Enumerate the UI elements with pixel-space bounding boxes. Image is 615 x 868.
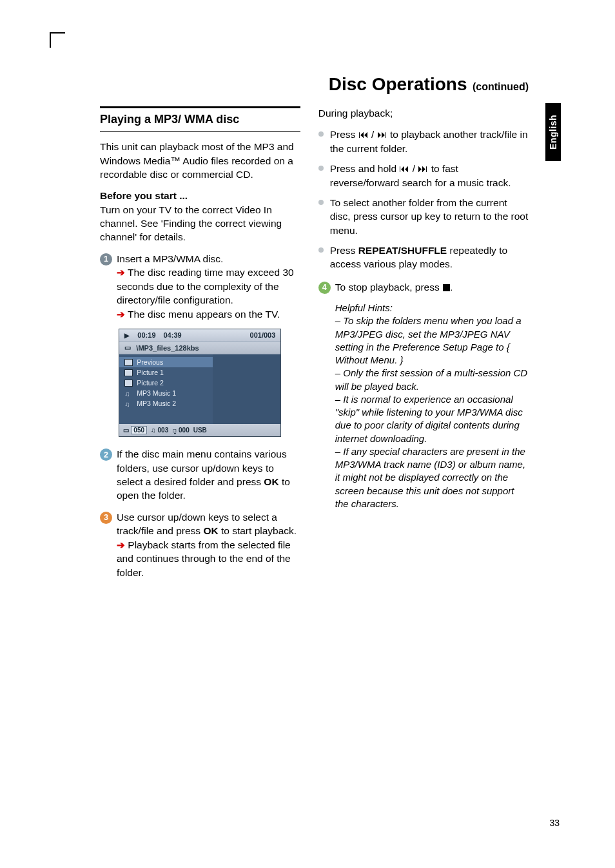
before-label: Before you start ... (100, 190, 188, 201)
music-note-icon: ♫ (124, 400, 133, 407)
stop-icon (443, 284, 450, 291)
footer-mode: USB (193, 427, 207, 434)
crop-mark (50, 32, 65, 48)
list-item-label: MP3 Music 2 (137, 400, 176, 407)
step-4: 4 To stop playback, press . (318, 280, 529, 294)
step3-tail: to start playback. (219, 525, 297, 536)
page-title-row: Disc Operations (continued) (100, 74, 529, 95)
list-item: Picture 1 (119, 367, 213, 378)
bullet-dot-icon (318, 247, 324, 253)
step3-line2: Playback starts from the selected file a… (117, 539, 291, 578)
bullet-item: Press ⏮ / ⏭ to playback another track/fi… (318, 128, 529, 155)
folder-icon: ▭ (124, 343, 131, 352)
bullet-dot-icon (318, 200, 324, 205)
folder-icon: ▭ (123, 427, 129, 434)
list-item: Picture 2 (119, 378, 213, 388)
left-column: Playing a MP3/ WMA disc This unit can pl… (100, 106, 300, 587)
step2-text: If the disc main menu contains various f… (117, 448, 287, 487)
bullet-item: To select another folder from the curren… (318, 196, 529, 237)
disc-menu-screenshot: ▶ 00:19 04:39 001/003 ▭ \MP3_files_128kb… (119, 329, 281, 437)
list-item-label: Picture 1 (137, 369, 163, 376)
time-current: 00:19 (137, 331, 155, 339)
arrow-icon: ➔ (117, 309, 125, 320)
bullet-text: Press (330, 129, 358, 140)
before-start: Before you start ... Turn on your TV to … (100, 189, 300, 244)
language-tab: English (545, 103, 561, 161)
disc-menu-footer: ▭050 ♫003 ▫̤000 USB (119, 424, 280, 436)
step1-line3: The disc menu appears on the TV. (125, 309, 280, 320)
play-icon: ▶ (124, 332, 130, 339)
image-icon: ▫̤ (172, 427, 177, 434)
arrow-icon: ➔ (117, 539, 125, 550)
picture-icon (124, 380, 133, 387)
step-1: 1 Insert a MP3/WMA disc. ➔ The disc read… (100, 252, 300, 322)
disc-menu-path-row: ▭ \MP3_files_128kbs (119, 342, 280, 354)
rule (100, 131, 300, 132)
bullet-item: Press REPEAT/SHUFFLE repeatedly to acces… (318, 244, 529, 271)
list-item: Previous (119, 357, 213, 367)
ok-key: OK (264, 476, 278, 487)
step-number-icon: 1 (100, 253, 112, 265)
disc-menu-preview (213, 354, 280, 424)
step4-text: To stop playback, press (335, 282, 442, 293)
disc-menu-topbar: ▶ 00:19 04:39 001/003 (119, 329, 280, 342)
bullet-text: To select another folder from the curren… (330, 196, 529, 237)
hint-line: – To skip the folders menu when you load… (335, 315, 522, 352)
time-total: 04:39 (164, 331, 182, 339)
bullet-text: Press and hold (330, 163, 400, 174)
during-playback-label: During playback; (318, 106, 529, 120)
page-title: Disc Operations (329, 74, 467, 94)
footer-tracks: 003 (158, 427, 169, 434)
step1-line1: Insert a MP3/WMA disc. (117, 253, 223, 264)
picture-icon (124, 369, 133, 376)
bullet-item: Press and hold ⏮ / ⏭ to fast reverse/for… (318, 162, 529, 189)
step-3: 3 Use cursor up/down keys to select a tr… (100, 510, 300, 579)
hints-label: Helpful Hints: (335, 302, 529, 314)
step-number-icon: 2 (100, 448, 112, 461)
bullet-dot-icon (318, 166, 324, 171)
rule (100, 106, 300, 108)
list-item: ♫MP3 Music 2 (119, 398, 213, 409)
skip-keys-icon: ⏮ / ⏭ (358, 129, 387, 140)
list-item-label: MP3 Music 1 (137, 389, 176, 397)
arrow-icon: ➔ (117, 267, 125, 278)
folder-icon (124, 359, 133, 366)
list-item-label: Previous (137, 358, 163, 366)
list-item: ♫MP3 Music 1 (119, 388, 213, 398)
before-text: Turn on your TV to the correct Video In … (100, 204, 282, 243)
disc-menu-list: Previous Picture 1 Picture 2 ♫MP3 Music … (119, 354, 213, 424)
disc-menu-path: \MP3_files_128kbs (136, 344, 199, 352)
hint-line: – If any special characters are present … (335, 445, 529, 510)
section-heading: Playing a MP3/ WMA disc (100, 111, 300, 128)
hint-line: – It is normal to experience an occasion… (335, 393, 529, 445)
step1-line2: The disc reading time may exceed 30 seco… (117, 267, 294, 305)
footer-images: 000 (179, 427, 190, 434)
helpful-hints: Helpful Hints: – To skip the folders men… (318, 302, 529, 510)
page-body: Disc Operations (continued) Playing a MP… (100, 74, 529, 587)
step4-tail: . (450, 282, 453, 293)
list-item-label: Picture 2 (137, 379, 163, 387)
bullet-text: Press (330, 245, 358, 256)
step-number-icon: 4 (318, 282, 331, 294)
page-number: 33 (549, 818, 560, 828)
music-note-icon: ♫ (124, 390, 133, 397)
intro-paragraph: This unit can playback most of the MP3 a… (100, 140, 300, 181)
step-number-icon: 3 (100, 512, 112, 524)
step-2: 2 If the disc main menu contains various… (100, 447, 300, 503)
repeat-shuffle-key: REPEAT/SHUFFLE (358, 245, 447, 256)
music-note-icon: ♫ (151, 427, 156, 434)
ok-key: OK (203, 525, 218, 536)
skip-keys-icon: ⏮ / ⏭ (399, 163, 428, 174)
track-counter: 001/003 (250, 331, 276, 339)
footer-folders: 050 (131, 426, 147, 434)
bullet-dot-icon (318, 131, 324, 137)
right-column: During playback; Press ⏮ / ⏭ to playback… (318, 106, 529, 587)
page-title-continued: (continued) (473, 81, 529, 92)
hint-line: – Only the first session of a multi-sess… (335, 367, 529, 393)
